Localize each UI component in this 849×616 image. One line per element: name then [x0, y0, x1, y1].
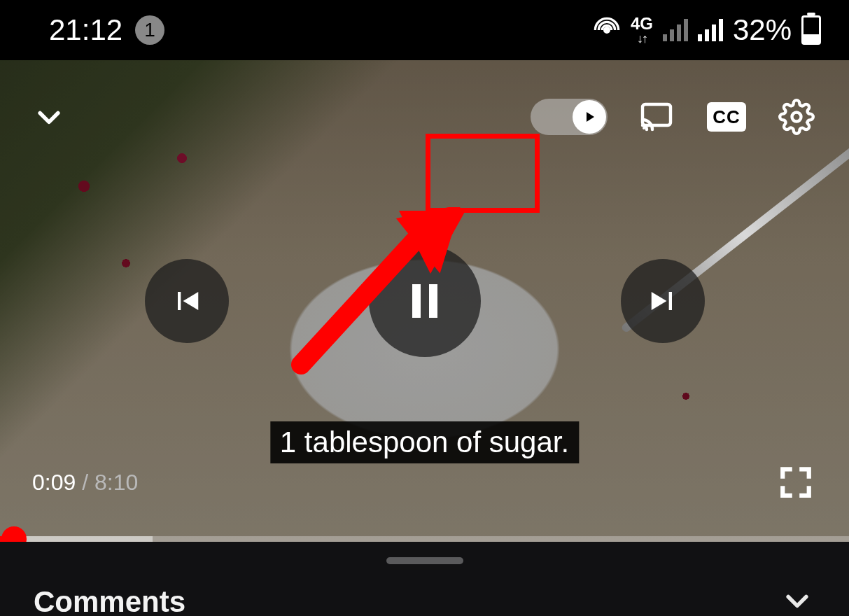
previous-button[interactable]: [145, 259, 229, 343]
player-bottom-controls: 0:09 / 8:10: [0, 465, 849, 500]
battery-icon: [801, 15, 821, 45]
svg-rect-4: [412, 284, 421, 318]
cc-icon: CC: [707, 102, 746, 132]
status-bar: 21:12 1 4G ↓↑ 32%: [0, 0, 849, 60]
autoplay-toggle[interactable]: [531, 99, 608, 135]
comments-header[interactable]: Comments: [34, 585, 813, 616]
settings-button[interactable]: [776, 99, 818, 134]
caption-text: 1 tablespoon of sugar.: [270, 421, 579, 463]
drag-handle[interactable]: [386, 557, 463, 564]
svg-point-3: [792, 113, 801, 122]
status-left: 21:12 1: [49, 13, 164, 47]
current-time: 0:09: [32, 470, 76, 495]
play-icon: [581, 108, 598, 125]
hotspot-icon: [593, 16, 621, 44]
minimize-player-button[interactable]: [31, 99, 66, 134]
total-duration: 8:10: [94, 470, 138, 495]
svg-point-0: [605, 28, 610, 33]
progress-played: [0, 536, 15, 542]
signal-bars-sim2-icon: [698, 19, 723, 41]
video-player[interactable]: CC 1 tablespoon of sugar. 0:09 / 8:10: [0, 60, 849, 542]
next-button[interactable]: [621, 259, 705, 343]
network-type-label: 4G: [631, 15, 653, 32]
signal-bars-sim1-icon: [663, 19, 688, 41]
status-right: 4G ↓↑ 32%: [593, 13, 821, 47]
network-type-icon: 4G ↓↑: [631, 15, 653, 45]
below-video-panel: Comments: [0, 542, 849, 616]
battery-percent: 32%: [733, 13, 792, 47]
autoplay-toggle-knob: [573, 100, 606, 134]
svg-point-2: [643, 127, 645, 130]
clock-time: 21:12: [49, 13, 122, 47]
comments-heading: Comments: [34, 585, 185, 616]
fullscreen-button[interactable]: [775, 465, 817, 500]
cast-button[interactable]: [636, 99, 678, 134]
captions-button[interactable]: CC: [706, 99, 748, 134]
chevron-down-icon: [782, 585, 813, 616]
center-playback-controls: [145, 245, 705, 357]
player-top-controls: CC: [0, 99, 849, 135]
progress-bar[interactable]: [0, 536, 849, 542]
time-display: 0:09 / 8:10: [32, 470, 138, 496]
notification-count-badge: 1: [135, 15, 164, 45]
svg-rect-5: [429, 284, 437, 318]
pause-button[interactable]: [369, 245, 481, 357]
